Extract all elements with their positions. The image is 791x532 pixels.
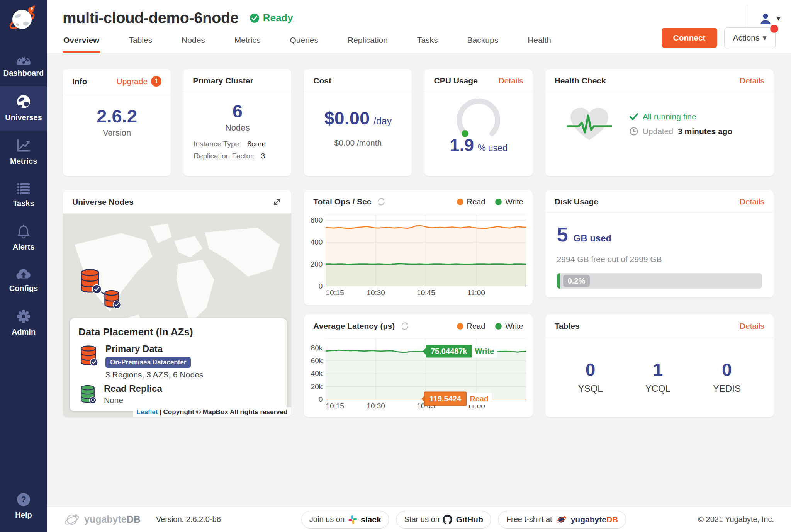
world-map[interactable]: Data Placement (In AZs) [63,214,291,417]
y-tick-label: 400 [311,238,323,246]
health-status-text: All running fine [643,112,696,121]
sidebar-item-metrics[interactable]: Metrics [0,131,47,174]
tshirt-button[interactable]: Free t-shirt at yugabyteDB [498,511,626,529]
slack-icon [348,515,357,524]
write-latency-label: Write [472,345,497,358]
primary-cluster-card: Primary Cluster 6 Nodes Instance Type: 8… [183,69,291,176]
admin-gear-icon [16,309,31,324]
tables-details-link[interactable]: Details [740,321,764,331]
yedis-count: 0 YEDIS [713,359,741,394]
refresh-icon[interactable] [377,197,386,206]
disk-progress-fill [557,273,560,289]
sidebar-item-alerts[interactable]: Alerts [0,216,47,260]
sidebar-item-label: Dashboard [3,69,44,77]
disk-usage-card: Disk Usage Details 5 GB used 2994 GB fre… [545,190,774,297]
ops-x-axis: 10:1510:3010:4511:00 [326,286,526,299]
card-title: Health Check [555,76,606,85]
sidebar-item-label: Alerts [13,243,35,251]
status-badge: Ready [250,12,293,24]
map-marker-primary[interactable] [78,267,102,296]
ysql-count: 0 YSQL [578,359,603,394]
health-details-link[interactable]: Details [740,76,764,85]
tshirt-brand: yugabyte [571,515,606,524]
y-tick-label: 0 [319,282,323,291]
sidebar-item-configs[interactable]: Configs [0,260,47,301]
upgrade-count-badge: 1 [151,76,161,87]
connect-button[interactable]: Connect [662,28,717,48]
cpu-unit: % used [478,143,508,153]
tab-health[interactable]: Health [527,36,552,53]
universe-nodes-card: Universe Nodes [63,190,291,417]
sidebar-item-label: Help [15,511,32,519]
read-replica-title: Read Replica [104,383,162,394]
expand-icon[interactable] [272,197,282,207]
ops-chart-plot: 10:1510:3010:4511:00 [326,215,526,286]
y-tick-label: 0 [319,395,323,404]
ready-check-icon [250,13,260,23]
universes-globe-icon [16,94,31,109]
cpu-value: 1.9 [450,135,474,155]
sidebar-item-admin[interactable]: Admin [0,301,47,345]
content: Info Upgrade 1 2.6.2 Version Primary Clu… [47,53,791,507]
slack-button[interactable]: Join us on slack [301,511,389,529]
tab-overview[interactable]: Overview [63,36,100,53]
read-legend-label: Read [467,322,485,331]
x-tick-label: 10:15 [326,289,344,297]
datacenter-badge: On-Premises Datacenter [105,357,191,368]
card-title: CPU Usage [434,76,477,85]
database-marker-icon [102,287,121,309]
actions-button[interactable]: Actions▾ [724,27,776,48]
github-label: GitHub [456,515,483,524]
refresh-icon[interactable] [400,321,409,331]
tab-queries[interactable]: Queries [289,36,319,53]
sidebar-item-dashboard[interactable]: Dashboard [0,46,47,86]
ops-y-axis: 6004002000 [307,215,326,286]
sidebar-item-help[interactable]: ? Help [0,484,47,528]
disk-percent-badge: 0.2% [563,275,590,287]
sidebar-item-label: Metrics [10,157,37,165]
map-marker-secondary[interactable] [102,287,121,310]
sidebar-item-label: Tasks [13,199,34,207]
disk-used-unit: GB used [574,233,612,244]
row-label: Replication Factor: [194,152,255,160]
tasks-list-icon [16,182,31,195]
upgrade-link[interactable]: Upgrade 1 [117,76,162,87]
yugabyte-logo[interactable] [7,5,40,36]
read-legend-dot [457,199,463,205]
database-marker-icon [78,267,102,294]
attribution-text: | Copyright © MapBox All rights reserved [158,408,287,416]
updated-label: Updated [643,127,673,136]
tab-tables[interactable]: Tables [128,36,153,53]
sidebar-item-tasks[interactable]: Tasks [0,174,47,216]
configs-cloud-icon [15,268,32,280]
tab-backups[interactable]: Backups [467,36,499,53]
card-title: Cost [313,76,331,85]
github-icon [443,515,453,524]
tab-metrics[interactable]: Metrics [234,36,261,53]
footer: yugabyteDB Version: 2.6.2.0-b6 Join us o… [47,507,791,532]
github-prefix: Star us on [404,515,440,524]
card-title: Average Latency (µs) [313,321,395,331]
tab-replication[interactable]: Replication [347,36,389,53]
write-legend-label: Write [505,197,523,206]
tab-nodes[interactable]: Nodes [181,36,206,53]
disk-details-link[interactable]: Details [740,197,764,206]
tab-tasks[interactable]: Tasks [416,36,439,53]
cost-per-month: $0.00 /month [304,138,412,148]
placement-heading: Data Placement (In AZs) [78,326,278,338]
primary-database-icon [78,343,98,367]
write-latency-value: 75.04487k [426,345,472,358]
alerts-bell-icon [16,224,31,239]
y-tick-label: 40k [311,369,323,378]
sidebar-item-universes[interactable]: Universes [0,86,47,131]
check-icon [630,113,638,120]
map-attribution: Leaflet | Copyright © MapBox All rights … [133,407,292,417]
cpu-details-link[interactable]: Details [498,76,523,85]
github-button[interactable]: Star us on GitHub [396,511,491,529]
x-tick-label: 10:15 [326,402,344,410]
row-value: 3 [261,152,265,160]
x-tick-label: 10:30 [367,289,385,297]
leaflet-link[interactable]: Leaflet [137,408,158,416]
yedis-value: 0 [713,359,741,380]
chevron-down-icon: ▾ [762,33,767,42]
